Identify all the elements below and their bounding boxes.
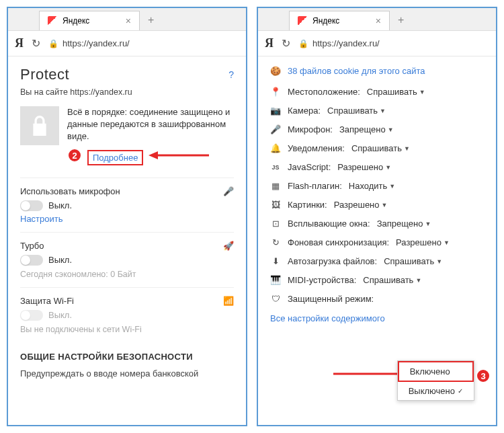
cookie-icon: 🍪 [270, 66, 281, 76]
turbo-saved: Сегодня сэкономлено: 0 Байт [20, 270, 234, 279]
permission-row[interactable]: 🎤Микрофон:Запрещено▼ [270, 124, 484, 134]
permission-icon: 📷 [270, 106, 281, 116]
permission-label: Картинки: [288, 200, 327, 210]
step-badge-3: 3 [476, 368, 491, 383]
caret-down-icon: ▼ [404, 145, 410, 152]
all-content-settings-link[interactable]: Все настройки содержимого [270, 313, 484, 323]
tab-bar: Яндекс × + [8, 8, 246, 31]
permission-value[interactable]: Спрашивать▼ [327, 106, 386, 116]
permission-row[interactable]: 🛡Защищенный режим: [270, 294, 484, 304]
permission-row[interactable]: 📷Камера:Спрашивать▼ [270, 106, 484, 116]
permission-label: Автозагрузка файлов: [288, 256, 377, 266]
wifi-warn: Вы не подключены к сети Wi-Fi [20, 325, 234, 334]
yandex-favicon [48, 16, 57, 26]
help-icon[interactable]: ? [228, 69, 234, 80]
site-label: Вы на сайте https://yandex.ru [20, 87, 234, 97]
browser-tab[interactable]: Яндекс × [39, 11, 140, 30]
lock-icon[interactable]: 🔒 [298, 39, 308, 48]
reload-icon[interactable]: ↻ [282, 37, 290, 50]
wifi-state: Выкл. [48, 310, 72, 320]
permission-label: MIDI-устройства: [288, 275, 356, 285]
permission-value[interactable]: Спрашивать▼ [363, 275, 421, 285]
url-text: https://yandex.ru/ [312, 38, 380, 48]
mic-title: Использовать микрофон [20, 186, 120, 196]
permission-label: Защищенный режим: [288, 294, 374, 304]
connection-lock-icon [20, 106, 59, 145]
browser-window-right: Яндекс × + Я ↻ 🔒 https://yandex.ru/ 🍪 38… [257, 7, 497, 426]
permissions-list: 📍Местоположение:Спрашивать▼📷Камера:Спраш… [270, 87, 484, 304]
permission-row[interactable]: ⊡Всплывающие окна:Запрещено▼ [270, 219, 484, 229]
permission-value[interactable]: Спрашивать▼ [367, 87, 425, 97]
permission-label: Местоположение: [288, 87, 360, 97]
caret-down-icon: ▼ [436, 258, 442, 265]
caret-down-icon: ▼ [380, 108, 386, 114]
permission-icon: 🎹 [270, 275, 281, 285]
permission-row[interactable]: 🎹MIDI-устройства:Спрашивать▼ [270, 275, 484, 285]
permission-icon: 🔔 [270, 143, 281, 153]
new-tab-button[interactable]: + [140, 10, 162, 30]
svg-marker-1 [149, 151, 158, 159]
red-arrow-icon [333, 368, 407, 379]
permission-row[interactable]: ↻Фоновая синхронизация:Разрешено▼ [270, 237, 484, 247]
permission-row[interactable]: ⬇Автозагрузка файлов:Спрашивать▼ [270, 256, 484, 266]
caret-down-icon: ▼ [388, 126, 394, 133]
connection-status-text: Всё в порядке: соединение защищено и дан… [67, 106, 234, 143]
permission-label: Камера: [288, 106, 321, 116]
turbo-title: Турбо [20, 241, 44, 251]
permission-value[interactable]: Разрешено▼ [337, 162, 391, 172]
permission-value[interactable]: Спрашивать▼ [384, 256, 442, 266]
tab-title: Яндекс [312, 16, 339, 26]
close-tab-icon[interactable]: × [126, 15, 131, 26]
tab-bar: Яндекс × + [258, 8, 496, 31]
permission-row[interactable]: 🖼Картинки:Разрешено▼ [270, 200, 484, 210]
wifi-section: Защита Wi-Fi 📶 Выкл. Вы не подключены к … [20, 287, 234, 342]
permission-value[interactable]: Запрещено▼ [377, 219, 431, 229]
permission-value[interactable]: Разрешено▼ [396, 237, 450, 247]
close-tab-icon[interactable]: × [376, 15, 381, 26]
cookies-link[interactable]: 38 файлов cookie для этого сайта [288, 66, 425, 76]
reload-icon[interactable]: ↻ [32, 37, 40, 50]
permission-icon: 🎤 [270, 124, 281, 134]
mic-toggle[interactable] [20, 200, 43, 211]
microphone-section: Использовать микрофон 🎤 Выкл. Настроить [20, 178, 234, 232]
lock-icon[interactable]: 🔒 [48, 39, 58, 48]
permission-icon: ⊡ [270, 219, 281, 229]
mic-icon: 🎤 [223, 186, 234, 196]
dropdown-option-off[interactable]: Выключено ✓ [398, 382, 474, 400]
url-field[interactable]: 🔒 https://yandex.ru/ [48, 38, 239, 48]
permission-row[interactable]: 🔔Уведомления:Спрашивать▼ [270, 143, 484, 153]
permission-value[interactable]: Спрашивать▼ [351, 143, 410, 153]
protect-title: Protect [20, 66, 69, 83]
permission-value[interactable]: Запрещено▼ [339, 124, 394, 134]
dropdown-option-on[interactable]: Включено [398, 361, 474, 382]
yandex-logo-icon[interactable]: Я [15, 36, 24, 50]
turbo-section: Турбо 🚀 Выкл. Сегодня сэкономлено: 0 Бай… [20, 232, 234, 287]
browser-tab[interactable]: Яндекс × [289, 11, 390, 30]
address-bar: Я ↻ 🔒 https://yandex.ru/ [258, 31, 496, 56]
tab-title: Яндекс [62, 16, 89, 26]
mic-configure-link[interactable]: Настроить [20, 214, 234, 224]
permission-row[interactable]: ▦Flash-плагин:Находить▼ [270, 181, 484, 191]
permission-label: Уведомления: [288, 143, 345, 153]
permission-value[interactable]: Разрешено▼ [334, 200, 388, 210]
address-bar: Я ↻ 🔒 https://yandex.ru/ [8, 31, 246, 56]
permission-icon: 📍 [270, 87, 281, 97]
wifi-toggle [20, 310, 43, 321]
permission-row[interactable]: JSJavaScript:Разрешено▼ [270, 162, 484, 172]
permission-row[interactable]: 📍Местоположение:Спрашивать▼ [270, 87, 484, 97]
yandex-favicon [298, 16, 307, 26]
permission-label: Фоновая синхронизация: [288, 237, 389, 247]
wifi-icon: 📶 [223, 296, 234, 306]
turbo-toggle[interactable] [20, 255, 43, 266]
caret-down-icon: ▼ [419, 89, 425, 95]
permission-label: Микрофон: [288, 124, 333, 134]
permission-icon: 🛡 [270, 294, 281, 304]
url-field[interactable]: 🔒 https://yandex.ru/ [298, 38, 489, 48]
permission-value[interactable]: Находить▼ [349, 181, 395, 191]
yandex-logo-icon[interactable]: Я [265, 36, 274, 50]
url-text: https://yandex.ru/ [62, 38, 130, 48]
mic-state: Выкл. [48, 200, 72, 210]
permission-icon: ⬇ [270, 256, 281, 266]
new-tab-button[interactable]: + [390, 10, 412, 30]
more-details-link[interactable]: Подробнее [87, 150, 143, 165]
